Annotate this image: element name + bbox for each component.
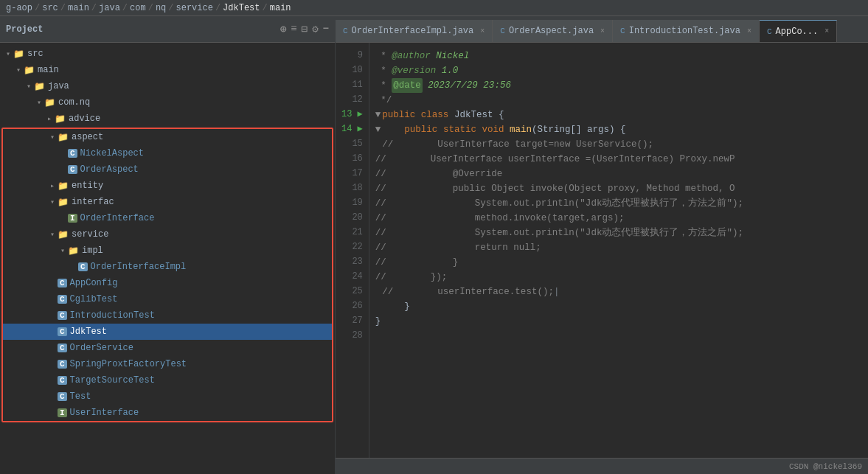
code-content[interactable]: * @author Nickel * @version 1.0 * @date …	[369, 43, 868, 458]
folder-icon: 📁	[68, 245, 79, 257]
tree-item-order-service[interactable]: C OrderService	[3, 340, 332, 356]
tree-item-app-config[interactable]: C AppConfig	[3, 275, 332, 291]
breadcrumb-item[interactable]: src	[42, 3, 58, 13]
line-num: 18	[336, 181, 369, 196]
line-num: 9	[336, 49, 369, 63]
breadcrumb-item[interactable]: com	[130, 3, 146, 13]
code-area: 9 10 11 12 13 ▶ 14 ▶ 15 16 17 18 19 20 2…	[336, 43, 868, 458]
tree-item-order-aspect[interactable]: C OrderAspect	[3, 161, 332, 178]
tree-item-interfac[interactable]: ▾ 📁 interfac	[3, 194, 332, 210]
line-num: 13 ▶	[336, 108, 369, 122]
tree-item-nickel-aspect[interactable]: C NickelAspect	[3, 145, 332, 161]
tree-item-advice[interactable]: ▸ 📁 advice	[0, 111, 335, 127]
tree-item-service[interactable]: ▾ 📁 service	[3, 226, 332, 243]
code-line: // public Object invoke(Object proxy, Me…	[369, 181, 868, 196]
tab-order-aspect[interactable]: C OrderAspect.java ×	[493, 20, 613, 42]
expand-arrow[interactable]: ▾	[34, 98, 44, 107]
code-line: // method.invoke(target,args);	[369, 211, 868, 226]
status-text: CSDN @nickel369	[789, 462, 862, 471]
folder-icon: 📁	[58, 181, 69, 192]
class-icon: C	[58, 376, 67, 385]
expand-arrow[interactable]: ▸	[47, 181, 58, 190]
tree-label: OrderService	[70, 343, 133, 353]
line-num: 24	[336, 270, 369, 285]
line-num: 17	[336, 167, 369, 181]
tree-label: com.nq	[58, 97, 90, 108]
tree-item-test[interactable]: C Test	[3, 388, 332, 405]
expand-arrow[interactable]: ▾	[13, 66, 24, 74]
class-icon: C	[58, 344, 67, 352]
breadcrumb-item-active[interactable]: JdkTest	[223, 3, 260, 13]
scroll-to-icon[interactable]: ≡	[291, 23, 296, 35]
line-num: 14 ▶	[336, 122, 369, 137]
editor-tabs: C OrderInterfaceImpl.java × C OrderAspec…	[336, 16, 868, 43]
code-line	[369, 329, 868, 344]
tree-item-order-interface-impl[interactable]: C OrderInterfaceImpl	[3, 259, 332, 275]
tree-item-jdk-test[interactable]: C JdkTest	[3, 324, 332, 340]
interface-icon: I	[58, 408, 67, 417]
tab-introduction-test[interactable]: C IntroductionTest.java ×	[613, 20, 760, 42]
breadcrumb-item[interactable]: g-aop	[6, 3, 32, 13]
expand-arrow[interactable]: ▾	[3, 49, 13, 58]
tree-item-spring-proxt-factory-test[interactable]: C SpringProxtFactoryTest	[3, 356, 332, 372]
tree-item-main[interactable]: ▾ 📁 main	[0, 62, 335, 78]
tree-item-entity[interactable]: ▸ 📁 entity	[3, 178, 332, 194]
tab-close-btn[interactable]: ×	[600, 27, 605, 35]
tree-item-src[interactable]: ▾ 📁 src	[0, 46, 335, 62]
tab-class-icon: C	[767, 27, 772, 36]
code-line: */	[369, 93, 868, 108]
expand-arrow[interactable]: ▸	[44, 114, 55, 123]
folder-icon: 📁	[55, 114, 66, 125]
class-icon: C	[58, 327, 67, 336]
tree-label: interfac	[72, 197, 114, 207]
tree-item-com-nq[interactable]: ▾ 📁 com.nq	[0, 94, 335, 111]
add-icon[interactable]: ⊕	[280, 23, 286, 35]
expand-arrow[interactable]: ▾	[47, 133, 58, 142]
breadcrumb-item[interactable]: java	[99, 3, 120, 13]
code-line: * @version 1.0	[369, 63, 868, 78]
expand-arrow[interactable]: ▾	[24, 82, 34, 91]
expand-arrow[interactable]: ▾	[58, 246, 68, 255]
tree-label: src	[27, 49, 44, 59]
class-icon: C	[68, 165, 77, 174]
tree-item-java[interactable]: ▾ 📁 java	[0, 78, 335, 94]
class-icon: C	[58, 279, 67, 287]
line-num: 21	[336, 226, 369, 240]
code-line: // UserInterface userInterface =(UserInt…	[369, 152, 868, 167]
tab-close-btn[interactable]: ×	[480, 27, 485, 35]
tab-close-btn[interactable]: ×	[747, 27, 751, 35]
tree-item-impl[interactable]: ▾ 📁 impl	[3, 243, 332, 259]
tree-label: OrderAspect	[80, 164, 139, 175]
fold-arrow[interactable]: ▼	[375, 108, 381, 122]
expand-arrow[interactable]: ▾	[47, 230, 58, 239]
line-num: 16	[336, 152, 369, 167]
tree-item-target-source-test[interactable]: C TargetSourceTest	[3, 372, 332, 388]
tab-app-config[interactable]: C AppCo... ×	[760, 20, 837, 42]
sidebar-icons: ⊕ ≡ ⊟ ⚙ −	[280, 23, 329, 35]
breadcrumb-item-method[interactable]: main	[270, 3, 291, 13]
expand-arrow[interactable]: ▾	[47, 198, 58, 206]
line-num: 19	[336, 196, 369, 211]
collapse-icon[interactable]: ⊟	[302, 23, 308, 35]
class-icon: C	[68, 149, 77, 158]
tree-label: NickelAspect	[80, 148, 144, 158]
line-num: 26	[336, 299, 369, 314]
tab-close-btn[interactable]: ×	[824, 27, 829, 35]
tab-class-icon: C	[343, 27, 348, 35]
code-editor: C OrderInterfaceImpl.java × C OrderAspec…	[336, 16, 868, 474]
settings-icon[interactable]: ⚙	[312, 23, 318, 35]
tab-order-interface-impl[interactable]: C OrderInterfaceImpl.java ×	[336, 20, 493, 42]
tab-class-icon: C	[620, 27, 625, 35]
close-icon[interactable]: −	[323, 23, 329, 35]
tree-item-aspect[interactable]: ▾ 📁 aspect	[3, 129, 332, 145]
breadcrumb-item[interactable]: service	[176, 3, 212, 13]
line-num: 10	[336, 63, 369, 78]
breadcrumb-item[interactable]: main	[68, 3, 89, 13]
tree-item-introduction-test[interactable]: C IntroductionTest	[3, 307, 332, 324]
breadcrumb-item[interactable]: nq	[156, 3, 166, 13]
tree-item-cglib-test[interactable]: C CglibTest	[3, 291, 332, 307]
code-line: * @author Nickel	[369, 49, 868, 63]
fold-arrow[interactable]: ▼	[375, 122, 381, 137]
tree-item-order-interface[interactable]: I OrderInterface	[3, 210, 332, 226]
tree-item-user-interface[interactable]: I UserInterface	[3, 405, 332, 421]
